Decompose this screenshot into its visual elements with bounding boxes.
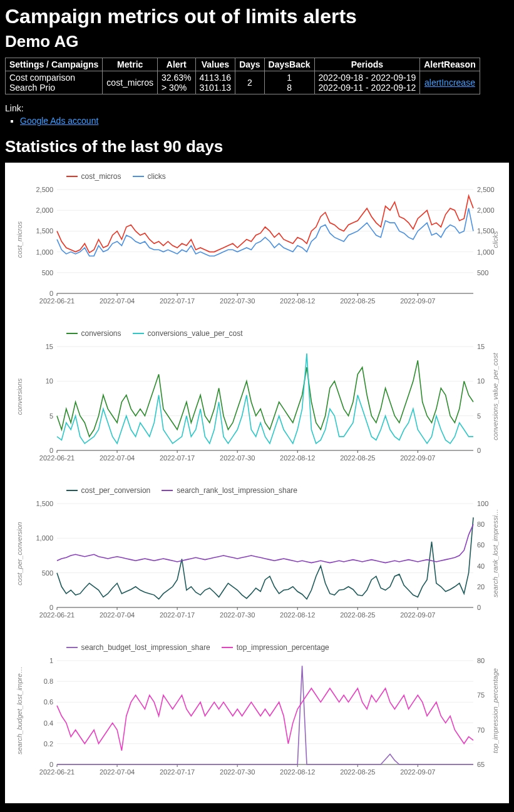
- y2-axis-label: clicks: [491, 196, 499, 283]
- svg-text:10: 10: [45, 377, 53, 385]
- svg-text:2022-08-12: 2022-08-12: [280, 454, 315, 462]
- legend-label: top_impression_percentage: [237, 643, 329, 652]
- cell-values: 4113.16 3101.13: [195, 71, 235, 94]
- page-title: Campaign metrics out of limits alerts: [5, 5, 509, 28]
- svg-text:75: 75: [477, 691, 485, 699]
- legend-label: conversions_value_per_cost: [148, 329, 243, 338]
- legend-label: cost_per_conversion: [81, 486, 151, 495]
- chart-chart3: cost_per_conversionsearch_rank_lost_impr…: [10, 484, 505, 622]
- svg-text:1,500: 1,500: [36, 500, 53, 507]
- svg-text:0: 0: [49, 447, 53, 454]
- svg-text:2022-06-21: 2022-06-21: [39, 454, 74, 462]
- col-values: Values: [195, 58, 235, 71]
- svg-text:80: 80: [477, 520, 485, 528]
- svg-text:2022-07-30: 2022-07-30: [220, 768, 255, 776]
- svg-text:2022-09-07: 2022-09-07: [400, 297, 435, 305]
- svg-text:2022-08-25: 2022-08-25: [340, 768, 375, 776]
- svg-text:2022-09-07: 2022-09-07: [400, 768, 435, 776]
- cell-alertreason: alertIncrease: [420, 71, 480, 94]
- svg-text:2022-07-04: 2022-07-04: [99, 297, 134, 305]
- cell-alert: 32.63% > 30%: [158, 71, 195, 94]
- svg-text:500: 500: [41, 269, 53, 277]
- svg-text:40: 40: [477, 562, 485, 570]
- col-metric: Metric: [103, 58, 158, 71]
- google-ads-account-link[interactable]: Google Ads account: [20, 116, 98, 126]
- legend-item: conversions_value_per_cost: [133, 329, 243, 338]
- table-row: Cost comparison Search Prio cost_micros …: [6, 71, 480, 94]
- svg-text:0.8: 0.8: [43, 678, 53, 685]
- link-label: Link:: [5, 103, 509, 113]
- cell-periods: 2022-09-18 - 2022-09-19 2022-09-11 - 202…: [314, 71, 420, 94]
- svg-text:100: 100: [477, 500, 488, 507]
- series-line: [57, 353, 473, 444]
- svg-text:2022-07-30: 2022-07-30: [220, 454, 255, 462]
- svg-text:0.4: 0.4: [43, 719, 53, 727]
- svg-text:2022-08-25: 2022-08-25: [340, 297, 375, 305]
- chart-chart1: cost_microsclickscost_microsclicks05001,…: [10, 170, 505, 308]
- svg-text:10: 10: [477, 377, 485, 385]
- svg-text:2,500: 2,500: [36, 186, 53, 193]
- legend-item: conversions: [66, 329, 121, 338]
- chart-chart2: conversionsconversions_value_per_costcon…: [10, 327, 505, 465]
- svg-text:80: 80: [477, 657, 485, 664]
- svg-text:2022-06-21: 2022-06-21: [39, 611, 74, 619]
- svg-text:500: 500: [41, 569, 53, 577]
- legend-item: cost_micros: [66, 172, 121, 181]
- legend-label: search_rank_lost_impression_share: [177, 486, 297, 495]
- svg-text:2022-07-17: 2022-07-17: [159, 297, 194, 305]
- table-header-row: Settings / Campaigns Metric Alert Values…: [6, 58, 480, 71]
- col-days: Days: [235, 58, 264, 71]
- svg-text:2022-06-21: 2022-06-21: [39, 297, 74, 305]
- svg-text:2,000: 2,000: [36, 206, 53, 214]
- cell-daysback: 1 8: [264, 71, 314, 94]
- series-line: [57, 208, 473, 256]
- legend-item: cost_per_conversion: [66, 486, 151, 495]
- legend-item: top_impression_percentage: [222, 643, 329, 652]
- link-item: Google Ads account: [20, 116, 509, 126]
- svg-text:0: 0: [49, 604, 53, 611]
- svg-text:0: 0: [477, 447, 481, 454]
- svg-text:5: 5: [477, 412, 481, 420]
- cell-days: 2: [235, 71, 264, 94]
- svg-text:2022-08-25: 2022-08-25: [340, 454, 375, 462]
- svg-text:0: 0: [49, 761, 53, 768]
- svg-text:2022-08-12: 2022-08-12: [280, 768, 315, 776]
- svg-text:0.6: 0.6: [43, 698, 53, 706]
- legend-label: clicks: [148, 172, 166, 181]
- legend-label: conversions: [81, 329, 121, 338]
- svg-text:2022-07-04: 2022-07-04: [99, 611, 134, 619]
- svg-text:5: 5: [49, 412, 53, 420]
- svg-text:20: 20: [477, 583, 485, 591]
- y1-axis-label: cost_per_conversion: [16, 510, 23, 597]
- legend-label: search_budget_lost_impression_share: [81, 643, 210, 652]
- svg-text:60: 60: [477, 541, 485, 549]
- cell-settings: Cost comparison Search Prio: [6, 71, 103, 94]
- svg-text:2022-09-07: 2022-09-07: [400, 454, 435, 462]
- page-subtitle: Demo AG: [5, 32, 509, 51]
- chart-svg: 05001,0001,5002,0002,5005001,0001,5002,0…: [10, 183, 505, 308]
- legend-swatch-icon: [66, 647, 78, 648]
- svg-text:500: 500: [477, 269, 488, 277]
- legend-swatch-icon: [66, 490, 78, 491]
- svg-text:70: 70: [477, 726, 485, 734]
- charts-panel: cost_microsclickscost_microsclicks05001,…: [5, 163, 509, 803]
- col-daysback: DaysBack: [264, 58, 314, 71]
- y2-axis-label: top_impression_percentage: [491, 667, 499, 754]
- svg-text:1,000: 1,000: [36, 534, 53, 542]
- svg-text:1,000: 1,000: [36, 248, 53, 256]
- svg-text:0.2: 0.2: [43, 740, 53, 748]
- svg-text:2022-08-12: 2022-08-12: [280, 297, 315, 305]
- svg-text:2022-06-21: 2022-06-21: [39, 768, 74, 776]
- chart-svg: 00.20.40.60.81657075802022-06-212022-07-…: [10, 654, 505, 779]
- alert-reason-link[interactable]: alertIncrease: [424, 78, 475, 88]
- svg-text:2022-08-25: 2022-08-25: [340, 611, 375, 619]
- col-periods: Periods: [314, 58, 420, 71]
- svg-text:2022-07-04: 2022-07-04: [99, 768, 134, 776]
- legend-item: search_budget_lost_impression_share: [66, 643, 210, 652]
- chart-legend: search_budget_lost_impression_sharetop_i…: [66, 641, 505, 652]
- y1-axis-label: search_budget_lost_impre…: [16, 667, 23, 754]
- legend-swatch-icon: [66, 176, 78, 177]
- svg-text:2022-07-17: 2022-07-17: [159, 768, 194, 776]
- svg-text:0: 0: [477, 604, 481, 611]
- svg-text:2,500: 2,500: [477, 186, 495, 193]
